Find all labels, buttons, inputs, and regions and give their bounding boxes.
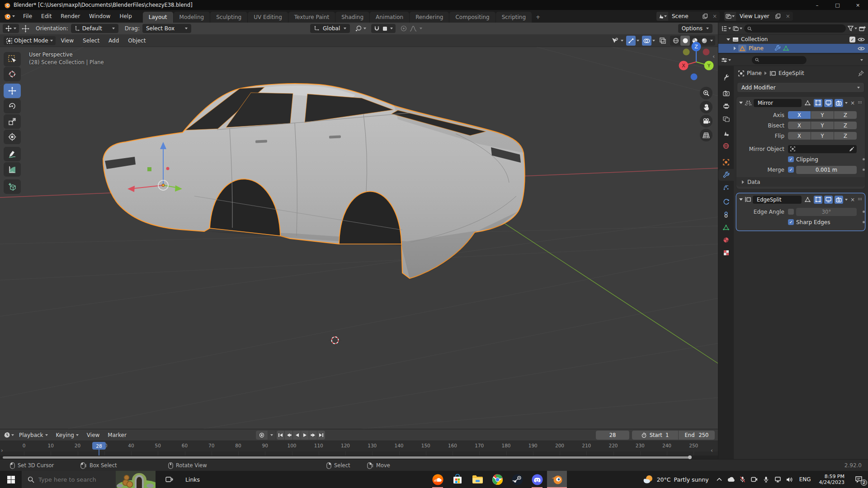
add-workspace-button[interactable]: + xyxy=(532,12,544,23)
chevron-down-icon[interactable] xyxy=(652,40,655,42)
taskbar-app-steam[interactable] xyxy=(507,471,527,488)
collection-checkbox[interactable]: ✓ xyxy=(849,37,855,42)
tab-sculpting[interactable]: Sculpting xyxy=(210,12,247,23)
chevron-down-icon[interactable] xyxy=(845,102,848,104)
expand-icon[interactable] xyxy=(739,198,743,201)
menu-edit[interactable]: Edit xyxy=(37,13,56,19)
axis-y-button[interactable]: Y xyxy=(811,111,834,119)
tab-render[interactable] xyxy=(718,88,734,99)
breadcrumb-modifier[interactable]: EdgeSplit xyxy=(778,70,804,76)
taskbar-app-discord[interactable] xyxy=(527,471,547,488)
viewport-canvas[interactable] xyxy=(0,47,718,429)
edge-angle-checkbox[interactable] xyxy=(788,209,794,215)
tab-texture[interactable] xyxy=(718,247,734,258)
play-reverse-button[interactable] xyxy=(293,431,301,440)
move-gizmo-icon[interactable] xyxy=(22,25,29,33)
tool-annotate[interactable] xyxy=(4,147,21,161)
jump-to-start-button[interactable] xyxy=(277,431,284,440)
previous-keyframe-button[interactable] xyxy=(285,431,292,440)
tab-object-data[interactable] xyxy=(718,221,734,233)
timeline-scrollbar-cap[interactable] xyxy=(688,455,692,459)
taskbar-app-file-explorer[interactable] xyxy=(467,471,487,488)
tab-material[interactable] xyxy=(718,234,734,246)
edgesplit-render-toggle[interactable] xyxy=(835,196,843,204)
object-visibility-dropdown[interactable] xyxy=(610,36,620,46)
tray-onedrive-cloud-icon[interactable] xyxy=(725,471,737,488)
notification-center-button[interactable]: 2 xyxy=(849,471,868,488)
next-keyframe-button[interactable] xyxy=(309,431,317,440)
flip-y-button[interactable]: Y xyxy=(811,132,834,140)
timeline-menu-playback[interactable]: Playback xyxy=(16,432,51,438)
taskbar-app-microsoft-store[interactable] xyxy=(448,471,467,488)
viewport-menu-select[interactable]: Select xyxy=(79,38,103,44)
viewport-menu-view[interactable]: View xyxy=(57,38,77,44)
tab-shading[interactable]: Shading xyxy=(335,12,369,23)
modifier-wrench-icon[interactable] xyxy=(774,45,781,52)
eye-icon[interactable] xyxy=(858,46,865,51)
menu-help[interactable]: Help xyxy=(115,13,136,19)
tool-transform[interactable] xyxy=(4,130,21,144)
mirror-editmode-toggle[interactable] xyxy=(814,99,822,107)
start-button[interactable] xyxy=(0,471,22,488)
camera-view-button[interactable] xyxy=(700,115,712,127)
chevron-down-icon[interactable] xyxy=(860,59,863,61)
viewport-menu-add[interactable]: Add xyxy=(105,38,123,44)
panel-expand-chevron[interactable]: › xyxy=(1,447,3,454)
orthographic-toggle-button[interactable] xyxy=(700,129,712,141)
outliner-row-collection[interactable]: Collection ✓ xyxy=(718,35,868,44)
active-tool-button[interactable] xyxy=(3,24,19,33)
expand-icon[interactable] xyxy=(742,180,744,184)
edgesplit-oncage-toggle[interactable] xyxy=(803,196,812,204)
gizmos-toggle[interactable] xyxy=(626,36,636,46)
animate-dot[interactable] xyxy=(863,221,865,223)
tab-output[interactable] xyxy=(718,100,734,112)
snap-toggle-group[interactable] xyxy=(371,24,396,33)
clipping-checkbox[interactable] xyxy=(788,156,794,162)
weather-widget[interactable]: 20°C Partly sunny xyxy=(638,474,713,484)
mode-dropdown[interactable]: Object Mode xyxy=(4,36,56,45)
outliner-editor-type-button[interactable] xyxy=(721,26,731,32)
timeline-scrollbar-handle[interactable] xyxy=(3,456,691,459)
flip-x-button[interactable]: X xyxy=(788,132,811,140)
scene-selector[interactable]: Scene × xyxy=(656,12,720,21)
frame-end-field[interactable]: End 250 xyxy=(679,431,715,440)
taskbar-app-blender[interactable] xyxy=(547,471,567,488)
transform-orientation-dropdown[interactable]: Global xyxy=(310,24,350,33)
delete-modifier-icon[interactable]: × xyxy=(849,100,856,106)
tool-scale[interactable] xyxy=(4,114,21,129)
flip-z-button[interactable]: Z xyxy=(834,132,857,140)
taskbar-app-soundcloud[interactable] xyxy=(428,471,448,488)
timeline-menu-marker[interactable]: Marker xyxy=(104,432,129,438)
sharp-edges-checkbox[interactable] xyxy=(788,219,794,225)
tab-animation[interactable]: Animation xyxy=(370,12,409,23)
mirror-render-toggle[interactable] xyxy=(835,99,843,107)
gizmo-plane-handle-red[interactable] xyxy=(166,167,170,170)
nav-axis-neg-z[interactable] xyxy=(691,74,698,80)
new-view-layer-icon[interactable] xyxy=(773,12,783,21)
tool-measure[interactable] xyxy=(4,162,21,177)
mirror-data-subpanel[interactable]: Data xyxy=(736,177,865,187)
tab-rendering[interactable]: Rendering xyxy=(410,12,449,23)
tray-microphone-muted-icon[interactable] xyxy=(737,471,749,488)
xray-toggle[interactable] xyxy=(658,36,667,46)
merge-checkbox[interactable] xyxy=(788,167,794,173)
maximize-button[interactable]: □ xyxy=(827,0,848,10)
tool-move[interactable] xyxy=(4,84,21,98)
tray-network-icon[interactable] xyxy=(772,471,784,488)
tab-object[interactable] xyxy=(718,156,734,168)
tool-rotate[interactable] xyxy=(4,99,21,113)
tab-view-layer[interactable] xyxy=(718,113,734,125)
keying-set-dropdown[interactable] xyxy=(268,431,275,440)
timeline-ruler[interactable]: 0102030405060708090100110120130140150160… xyxy=(0,441,718,451)
gizmo-plane-handle-green[interactable] xyxy=(147,167,151,171)
outliner-filter-button[interactable] xyxy=(848,26,857,31)
new-collection-button[interactable] xyxy=(859,26,866,32)
tab-layout[interactable]: Layout xyxy=(143,12,173,23)
viewport-menu-object[interactable]: Object xyxy=(124,38,149,44)
zoom-button[interactable] xyxy=(700,87,712,99)
drag-handle-icon[interactable] xyxy=(858,197,862,202)
eyedropper-icon[interactable] xyxy=(849,146,854,152)
tab-compositing[interactable]: Compositing xyxy=(449,12,495,23)
search-highlight-art[interactable] xyxy=(116,471,156,488)
timeline-playhead[interactable]: 28 xyxy=(92,442,106,450)
